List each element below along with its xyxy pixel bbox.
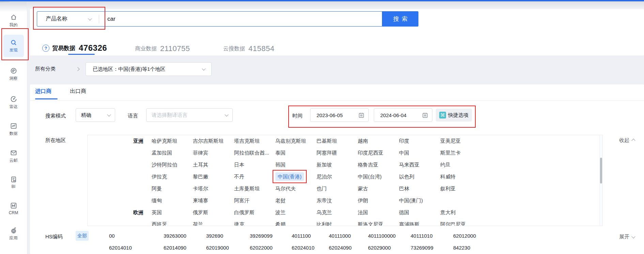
region-item[interactable]: 阿尔巴尼亚 [440, 221, 466, 226]
date-to-input[interactable]: 2024-06-04 [374, 108, 432, 122]
region-item[interactable]: 黎巴嫩 [193, 174, 208, 179]
hs-code-item[interactable]: 62014090 [164, 245, 206, 251]
region-item[interactable]: 希腊 [275, 221, 286, 226]
region-item[interactable]: 叙利亚 [440, 186, 456, 191]
sidebar-item-crm[interactable]: CRM [0, 202, 27, 215]
region-item[interactable]: 蒙古 [358, 186, 368, 191]
sidebar-item-insight[interactable]: 洞察 [0, 67, 27, 81]
region-item[interactable]: 中国 [399, 150, 409, 156]
region-item[interactable]: 乌兹别克斯坦 [275, 138, 306, 144]
question-circle-icon[interactable]: ? [42, 45, 49, 52]
region-item[interactable]: 乌克兰 [317, 209, 332, 215]
region-item[interactable]: 吉尔吉斯斯坦 [193, 138, 224, 144]
search-mode-select[interactable]: 精确 [76, 108, 115, 122]
tab-importer[interactable]: 进口商 [35, 88, 51, 95]
tab-trade-data[interactable]: ? 贸易数据 476326 [42, 43, 107, 53]
region-item[interactable]: 法国 [358, 209, 368, 215]
region-item[interactable]: 斯洛文尼亚 [358, 221, 383, 226]
tab-business-data[interactable]: 商业数据 2110755 [135, 44, 190, 53]
region-item-selected[interactable]: 中国(香港) [275, 172, 304, 181]
search-input[interactable]: car [107, 16, 116, 22]
language-select[interactable]: 请选择翻译语言 [146, 108, 233, 122]
region-item[interactable]: 塞浦路斯 [399, 221, 419, 226]
hs-all-badge[interactable]: 全部 [76, 231, 89, 241]
region-item[interactable]: 亚美尼亚 [440, 138, 461, 144]
search-category-select[interactable]: 产品名称 [46, 15, 67, 22]
breadcrumb-all-categories[interactable]: 所有分类 [35, 66, 56, 72]
region-item[interactable]: 越南 [358, 138, 368, 144]
sidebar-item-discover[interactable]: 发现 [0, 39, 27, 53]
region-item[interactable]: 科威特 [440, 174, 456, 179]
hs-code-item[interactable]: 62019000 [206, 245, 250, 251]
region-item[interactable]: 以色列 [399, 174, 414, 179]
region-item[interactable]: 印度 [399, 138, 409, 144]
hs-code-item[interactable]: 00 [109, 233, 164, 239]
region-item[interactable]: 中国(台湾) [358, 174, 382, 179]
expand-toggle[interactable]: 展开 [619, 234, 635, 240]
region-item[interactable]: 老挝 [275, 197, 286, 203]
hs-code-item[interactable]: 73269099 [411, 245, 453, 251]
tab-cloud-search-data[interactable]: 云搜数据 415854 [223, 44, 274, 53]
region-item[interactable]: 阿曼 [152, 186, 162, 191]
region-item[interactable]: 也门 [317, 186, 327, 191]
region-item[interactable]: 哈萨克斯坦 [152, 138, 177, 144]
region-item[interactable]: 土库曼斯坦 [234, 186, 260, 191]
region-item[interactable]: 巴林 [399, 186, 409, 191]
hs-code-item[interactable]: 4011100000 [368, 233, 411, 239]
hs-code-item[interactable]: 62024090 [329, 245, 368, 251]
region-item[interactable]: 伊朗 [358, 197, 368, 203]
hs-code-item[interactable]: 62029000 [368, 245, 411, 251]
region-item[interactable]: 伊拉克 [152, 174, 167, 179]
quick-options-button[interactable]: ⌘ 快捷选项 [436, 109, 472, 122]
region-item[interactable]: 沙特阿拉伯 [152, 162, 177, 168]
sidebar-item-my[interactable]: 我的 [0, 14, 27, 28]
date-from-input[interactable]: 2023-06-05 [310, 108, 369, 122]
region-item[interactable]: 塔吉克斯坦 [234, 138, 260, 144]
region-item[interactable]: 菲律宾 [193, 150, 208, 156]
region-item[interactable]: 日本 [234, 162, 244, 168]
region-item[interactable]: 阿富汗 [234, 197, 249, 203]
region-item[interactable]: 斯里兰卡 [440, 150, 461, 156]
region-item[interactable]: 缅甸 [152, 197, 162, 203]
tab-exporter[interactable]: 出口商 [70, 88, 86, 95]
region-item[interactable]: 俄罗斯 [193, 209, 208, 215]
region-item[interactable]: 土耳其 [193, 162, 208, 168]
search-button[interactable]: 搜索 [382, 11, 418, 27]
region-item[interactable]: 意大利 [440, 209, 456, 215]
region-item[interactable]: 阿拉伯联合酋... [234, 150, 269, 156]
hs-code-item[interactable]: 40111010 [411, 233, 453, 239]
region-item[interactable]: 阿塞拜疆 [317, 150, 337, 156]
region-item[interactable]: 孟加拉国 [152, 150, 172, 156]
region-item[interactable]: 格鲁吉亚 [358, 162, 378, 168]
sidebar-item-bi[interactable]: BI BI [0, 176, 27, 189]
hs-code-item[interactable]: 39263000 [164, 233, 206, 239]
region-item[interactable]: 卡塔尔 [193, 186, 208, 191]
scrollbar-thumb[interactable] [600, 158, 602, 184]
region-item[interactable]: 马来西亚 [399, 162, 419, 168]
region-item[interactable]: 中国(澳门) [399, 197, 423, 203]
region-item[interactable]: 韩国 [275, 162, 286, 168]
collapse-toggle[interactable]: 收起 [619, 137, 635, 144]
region-item[interactable]: 荷兰 [193, 221, 203, 226]
region-item[interactable]: 约旦 [440, 162, 450, 168]
sidebar-item-data[interactable]: 数据 [0, 122, 27, 137]
sidebar-item-apps[interactable]: 应用 [0, 227, 27, 241]
region-item[interactable]: 白俄罗斯 [234, 209, 255, 215]
region-item[interactable]: 柬埔寨 [193, 197, 208, 203]
region-item[interactable]: 英国 [152, 209, 162, 215]
hs-code-item[interactable]: 62012000 [453, 233, 494, 239]
region-item[interactable]: 波兰 [275, 209, 286, 215]
hs-code-item[interactable]: 62022000 [250, 245, 292, 251]
region-item[interactable]: 比利时 [317, 221, 332, 226]
hs-code-item[interactable]: 392690 [206, 233, 250, 239]
hs-code-item[interactable]: 842230 [453, 245, 494, 251]
hs-code-item[interactable]: 4011100 [292, 233, 329, 239]
region-item[interactable]: 新加坡 [317, 162, 332, 168]
hs-code-item[interactable]: 62024010 [292, 245, 329, 251]
region-item[interactable]: 不丹 [234, 174, 244, 179]
hs-code-item[interactable]: 40111000 [329, 233, 368, 239]
selected-region-dropdown[interactable]: 已选地区：中国(香港)等1个地区 [86, 62, 212, 76]
region-item[interactable]: 东帝汶 [317, 197, 332, 203]
sidebar-item-cloudmail[interactable]: 云邮 [0, 149, 27, 163]
region-item[interactable]: 巴基斯坦 [317, 138, 337, 144]
